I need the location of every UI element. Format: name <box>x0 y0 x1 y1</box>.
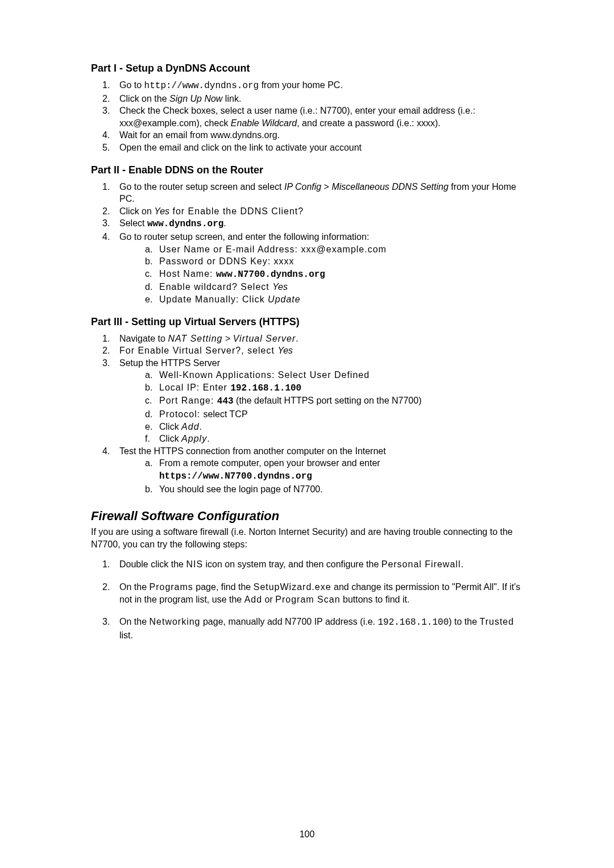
italic-text: Yes <box>272 282 288 292</box>
item-letter: d. <box>145 408 152 421</box>
list-item: 1. Navigate to NAT Setting > Virtual Ser… <box>91 333 523 345</box>
text: Host Name: <box>159 269 216 279</box>
text: ) to the <box>449 617 479 626</box>
item-number: 1. <box>102 558 110 571</box>
sub-item: a. Well-Known Applications: Select User … <box>119 369 523 381</box>
text: Wait for an email from www.dyndns.org. <box>119 130 280 140</box>
list-item: 3. Select www.dyndns.org. <box>91 217 523 231</box>
item-number: 2. <box>102 344 110 357</box>
text: . <box>223 218 226 228</box>
text: Click <box>159 422 181 431</box>
text: (the default HTTPS port setting on the N… <box>234 396 422 405</box>
text: For Enable Virtual Server?, select <box>119 346 277 355</box>
list-item: 2. For Enable Virtual Server?, select Ye… <box>91 344 523 357</box>
italic-text: Yes <box>277 346 293 355</box>
list-item: 4. Go to router setup screen, and enter … <box>91 231 523 306</box>
text: User Name or E-mail Address: <box>159 244 301 254</box>
text: Go to the router setup screen and select <box>119 182 284 192</box>
url-text: http://www.dyndns.org <box>144 81 259 91</box>
list-item: 2. On the Programs page, find the SetupW… <box>91 581 523 605</box>
text: Trusted <box>480 617 515 626</box>
text: SetupWizard.exe <box>254 582 331 592</box>
text: Personal Firewall. <box>381 559 464 569</box>
text: Port Range: <box>159 396 217 405</box>
sub-item: f. Click Apply. <box>119 433 523 445</box>
text: link. <box>222 94 241 103</box>
text: Well-Known Applications: <box>159 370 278 380</box>
list-item: 4. Test the HTTPS connection from anothe… <box>91 445 523 495</box>
item-number: 4. <box>102 129 110 142</box>
list-item: 5. Open the email and click on the link … <box>91 142 523 154</box>
document-page: Part I - Setup a DynDNS Account 1. Go to… <box>0 0 614 868</box>
text: Go to router setup screen, and enter the… <box>119 232 369 242</box>
text: or <box>262 595 275 604</box>
list-item: 3. On the Networking page, manually add … <box>91 616 523 641</box>
item-number: 3. <box>102 217 110 230</box>
italic-text: Yes <box>154 206 169 216</box>
sub-item: e. Click Add. <box>119 421 523 433</box>
url-text: www.N7700.dyndns.org <box>216 269 325 280</box>
ip-text: 192.168.1.100 <box>230 383 301 393</box>
text: Networking <box>149 617 200 626</box>
text: On the <box>119 582 149 592</box>
item-letter: b. <box>145 255 152 268</box>
text: NIS <box>186 559 203 569</box>
part2-list: 1. Go to the router setup screen and sel… <box>91 181 523 306</box>
part2-heading: Part II - Enable DDNS on the Router <box>91 164 523 176</box>
firewall-heading: Firewall Software Configuration <box>91 509 523 524</box>
ip-text: 192.168.1.100 <box>377 617 449 628</box>
item-letter: d. <box>145 281 152 293</box>
text: xxx@example.com <box>301 244 387 254</box>
text: , and create a password (i.e.: xxxx). <box>297 118 441 128</box>
part3-list: 1. Navigate to NAT Setting > Virtual Ser… <box>91 333 523 496</box>
list-item: 2. Click on Yes for Enable the DDNS Clie… <box>91 205 523 218</box>
item-number: 3. <box>102 616 110 628</box>
item-letter: e. <box>145 421 152 433</box>
item-number: 5. <box>102 142 110 154</box>
sub-list: a. Well-Known Applications: Select User … <box>119 369 523 445</box>
item-letter: b. <box>145 381 152 394</box>
sub-item: b. Local IP: Enter 192.168.1.100 <box>119 381 523 395</box>
text: Enable wildcard? Select <box>159 282 272 292</box>
text: list. <box>119 630 133 640</box>
part1-list: 1. Go to http://www.dyndns.org from your… <box>91 79 523 154</box>
item-number: 2. <box>102 205 110 218</box>
text: select TCP <box>204 409 248 419</box>
sub-item: a. From a remote computer, open your bro… <box>119 457 523 483</box>
port-text: 443 <box>217 396 234 406</box>
sub-item: c. Host Name: www.N7700.dyndns.org <box>119 268 523 281</box>
text: Setup the HTTPS Server <box>119 358 220 368</box>
list-item: 4. Wait for an email from www.dyndns.org… <box>91 129 523 142</box>
item-number: 4. <box>102 231 110 243</box>
text: You should see the login page of N7700. <box>159 484 323 494</box>
italic-text: Sign Up Now <box>169 94 222 103</box>
text: buttons to find it. <box>341 595 410 604</box>
text: Update Manually: Click <box>159 294 268 304</box>
text: page, find the <box>193 582 254 592</box>
text: Test the HTTPS connection from another c… <box>119 446 386 456</box>
italic-text: Apply <box>181 434 207 443</box>
text: Navigate to <box>119 334 168 343</box>
text: from your home PC. <box>259 80 343 90</box>
list-item: 2. Click on the Sign Up Now link. <box>91 93 523 105</box>
text: . <box>296 334 298 343</box>
text: > <box>222 334 233 343</box>
text: Click on <box>119 206 154 216</box>
url-text: www.dyndns.org <box>147 219 223 229</box>
text: . <box>207 434 209 443</box>
italic-text: Add <box>181 422 199 431</box>
sub-item: b. You should see the login page of N770… <box>119 483 523 496</box>
text: From a remote computer, open your browse… <box>159 458 380 468</box>
italic-text: Update <box>268 294 301 304</box>
item-number: 3. <box>102 357 110 369</box>
sub-item: b. Password or DDNS Key: xxxx <box>119 255 523 268</box>
sub-list: a. User Name or E-mail Address: xxx@exam… <box>119 243 523 306</box>
item-number: 4. <box>102 445 110 458</box>
item-letter: e. <box>145 293 152 306</box>
list-item: 1. Go to the router setup screen and sel… <box>91 181 523 205</box>
list-item: 1. Double click the NIS icon on system t… <box>91 558 523 571</box>
text: Local IP: Enter <box>159 383 230 392</box>
text: Password or DDNS Key: xxxx <box>159 256 294 266</box>
sub-item: a. User Name or E-mail Address: xxx@exam… <box>119 243 523 256</box>
item-number: 1. <box>102 79 110 92</box>
